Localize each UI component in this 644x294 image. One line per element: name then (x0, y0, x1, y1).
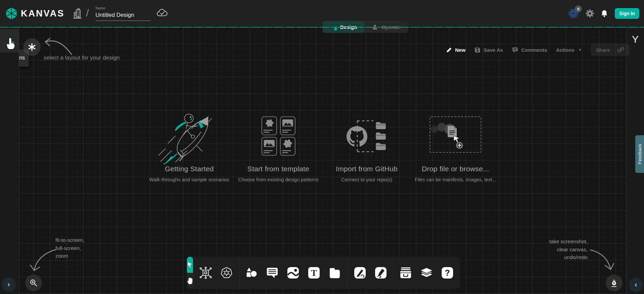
notification-count-badge: 0 (575, 5, 582, 12)
cursor-arrow-icon (187, 261, 193, 268)
user-avatar[interactable]: 0 (568, 8, 579, 19)
share-button[interactable]: Share (591, 44, 630, 56)
organization-icon[interactable] (73, 8, 82, 19)
dock-group-infrastructure (193, 257, 239, 289)
settings-gear-icon[interactable] (586, 9, 594, 17)
feedback-label: Feedback (637, 144, 642, 164)
option-subtitle: Walk-throughs and sample scenarios (142, 177, 236, 182)
option-title: Getting Started (142, 165, 236, 173)
actions-dropdown[interactable]: Actions ▼ (556, 47, 582, 53)
edge-pen-tool[interactable] (353, 266, 367, 280)
save-as-label: Save As (484, 47, 503, 53)
tool-dock: T (187, 257, 460, 289)
pencil-new-icon (446, 47, 452, 53)
link-icon (617, 46, 624, 53)
sign-in-button[interactable]: Sign In (615, 8, 639, 19)
magnifier-plus-icon (30, 279, 38, 287)
kanvas-logo-icon (5, 7, 18, 20)
layers-tool[interactable] (420, 266, 433, 280)
header-right-group: 0 Sign In (568, 0, 639, 27)
comment-tool[interactable] (266, 266, 279, 280)
option-subtitle: Connect to your repo(s) (320, 177, 414, 182)
design-name-label: Name (95, 6, 151, 10)
snowflake-icon (28, 43, 36, 51)
zoom-controls-button[interactable] (25, 274, 42, 291)
drop-file-area[interactable] (408, 111, 502, 161)
kubernetes-tool[interactable] (220, 266, 233, 280)
pointer-hand-cursor (6, 37, 15, 50)
comments-button[interactable]: Comments (512, 47, 548, 53)
feedback-tab[interactable]: Feedback (635, 135, 644, 173)
layout-hint-text: select a layout for your design (44, 54, 120, 61)
kanvas-app: KANVAS / Name (0, 0, 644, 294)
select-tool-button[interactable] (187, 257, 193, 273)
option-start-from-template[interactable]: Start from template Choose from existing… (231, 111, 325, 182)
floppy-save-icon (474, 47, 481, 53)
canvas-actions-hint-arrow (588, 247, 614, 272)
help-tool[interactable]: ? (441, 266, 454, 280)
option-drop-file[interactable]: Drop file or browse... Files can be mani… (408, 111, 502, 182)
notifications-bell-icon[interactable] (601, 9, 608, 17)
breadcrumb-separator: / (86, 7, 89, 19)
app-header: KANVAS / Name (0, 0, 644, 27)
canvas-actions-hint-text: take screenshot, clear canvas, undo/redo (549, 237, 588, 261)
dock-group-annotations: T (239, 257, 347, 289)
collaborator-indicator: Y (632, 34, 639, 45)
canvas-toolbar: New Save As Comments Actions ▼ Share (446, 44, 630, 56)
templates-illustration (231, 111, 325, 161)
expand-right-panel-button[interactable]: ‹ (629, 278, 643, 292)
option-subtitle: Files can be manifests, images, text... (408, 177, 502, 182)
pointer-tool-column (187, 257, 193, 289)
canvas-top-border (0, 27, 644, 28)
layout-selector-button[interactable] (23, 38, 41, 56)
rocket-illustration (142, 111, 236, 161)
pen-nib-icon (610, 279, 618, 287)
zoom-hint-arrow (30, 246, 58, 272)
option-subtitle: Choose from existing design patterns (231, 177, 325, 182)
layout-hint-arrow (42, 36, 74, 57)
share-label: Share (596, 47, 610, 53)
drop-zone-border (430, 116, 481, 153)
design-name-input[interactable] (95, 11, 151, 21)
save-as-button[interactable]: Save As (474, 47, 503, 53)
svg-text:?: ? (445, 268, 450, 278)
comments-label: Comments (521, 47, 548, 53)
chevron-down-icon: ▼ (578, 48, 582, 52)
expand-left-panel-button[interactable]: › (2, 278, 16, 292)
sketch-pencil-tool[interactable] (374, 266, 388, 280)
option-title: Start from template (231, 165, 325, 173)
cloud-save-status-icon (157, 9, 167, 17)
dock-group-organize: ? (393, 257, 460, 289)
dock-group-draw (348, 257, 393, 289)
pan-tool-button[interactable] (187, 273, 193, 289)
actions-label: Actions (556, 47, 574, 53)
sticky-note-tool[interactable] (328, 266, 341, 280)
image-tool[interactable] (286, 266, 300, 280)
zoom-hint-text: fit-to-screen, full-screen, zoom (55, 236, 84, 260)
svg-text:T: T (311, 268, 317, 278)
design-name-field: Name (95, 6, 151, 21)
comments-icon (512, 47, 518, 53)
option-title: Import from GitHub (320, 165, 414, 173)
drawer-archive-tool[interactable] (399, 266, 412, 280)
left-panel-strip (0, 28, 19, 294)
option-getting-started[interactable]: Getting Started Walk-throughs and sample… (142, 111, 236, 182)
brand-name: KANVAS (21, 8, 65, 19)
github-illustration (320, 111, 414, 161)
text-tool[interactable]: T (307, 266, 321, 280)
new-label: New (455, 47, 466, 53)
option-import-from-github[interactable]: Import from GitHub Connect to your repo(… (320, 111, 414, 182)
component-circuit-tool[interactable] (199, 266, 212, 280)
option-title: Drop file or browse... (408, 165, 502, 173)
shapes-tool[interactable] (245, 266, 258, 280)
canvas-actions-button[interactable] (606, 274, 622, 291)
hand-pan-icon (187, 277, 193, 285)
new-design-button[interactable]: New (446, 47, 466, 53)
brand: KANVAS (5, 7, 65, 20)
